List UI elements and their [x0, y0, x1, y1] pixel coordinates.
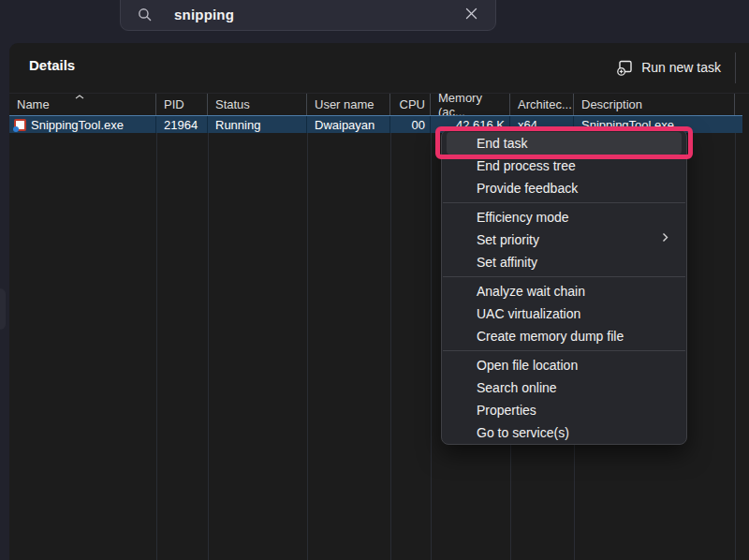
context-menu-item-go-to-services[interactable]: Go to service(s): [447, 421, 682, 444]
snipping-tool-icon: [14, 119, 26, 131]
column-header-status[interactable]: Status: [208, 94, 307, 115]
close-icon[interactable]: [460, 2, 482, 24]
run-new-task-label: Run new task: [641, 60, 721, 75]
sort-ascending-icon: [75, 95, 84, 99]
grid-line: [208, 133, 209, 560]
context-menu-item-properties[interactable]: Properties: [447, 399, 682, 421]
menu-separator: [443, 202, 685, 203]
context-menu-item-provide-feedback[interactable]: Provide feedback: [447, 177, 682, 199]
cell-cpu: 00: [390, 116, 431, 133]
column-header-memory[interactable]: Memory (ac...: [431, 94, 510, 115]
page-title: Details: [29, 57, 75, 73]
context-menu-item-end-task[interactable]: End task: [447, 132, 682, 155]
context-menu-item-analyze-wait-chain[interactable]: Analyze wait chain: [447, 280, 682, 302]
run-new-task-icon: [617, 60, 633, 76]
search-input[interactable]: snipping: [174, 7, 234, 22]
cell-user-name: Dwaipayan: [307, 116, 390, 133]
column-header-user-name[interactable]: User name: [307, 94, 390, 115]
table-header: Name PID Status User name CPU Memory (ac…: [9, 93, 749, 114]
context-menu-item-end-process-tree[interactable]: End process tree: [447, 155, 682, 177]
context-menu-item-open-file-location[interactable]: Open file location: [447, 354, 682, 376]
submenu-chevron-icon: [662, 232, 668, 243]
column-header-cpu[interactable]: CPU: [390, 94, 431, 115]
run-new-task-button[interactable]: Run new task: [617, 54, 721, 81]
menu-separator: [443, 350, 685, 351]
cell-pid: 21964: [156, 116, 208, 133]
column-header-pid[interactable]: PID: [156, 94, 208, 115]
grid-line: [735, 133, 736, 560]
grid-line: [390, 133, 391, 560]
search-icon: [138, 7, 152, 22]
column-header-name[interactable]: Name: [9, 94, 156, 115]
context-menu-item-set-priority[interactable]: Set priority: [447, 228, 682, 251]
grid-line: [431, 133, 432, 560]
grid-line: [156, 133, 157, 560]
toolbar-divider: [735, 52, 736, 83]
context-menu-item-set-affinity[interactable]: Set affinity: [447, 251, 682, 273]
search-bar[interactable]: snipping: [120, 0, 496, 31]
grid-line: [307, 133, 308, 560]
cell-status: Running: [208, 116, 307, 133]
context-menu: End task End process tree Provide feedba…: [441, 129, 687, 445]
column-header-architecture[interactable]: Architec...: [510, 94, 574, 115]
column-header-description[interactable]: Description: [574, 94, 735, 115]
cell-name: SnippingTool.exe: [9, 116, 156, 133]
context-menu-item-efficiency-mode[interactable]: Efficiency mode: [447, 206, 682, 228]
menu-separator: [443, 276, 685, 277]
context-menu-item-uac-virtualization[interactable]: UAC virtualization: [447, 302, 682, 325]
context-menu-item-create-memory-dump-file[interactable]: Create memory dump file: [447, 325, 682, 347]
context-menu-item-search-online[interactable]: Search online: [447, 376, 682, 399]
